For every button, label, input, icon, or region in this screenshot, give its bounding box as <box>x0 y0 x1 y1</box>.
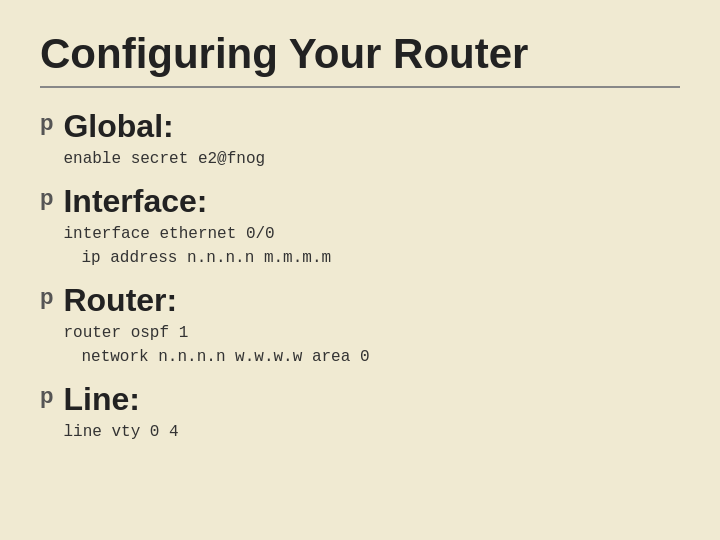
code-line-interface: ip address n.n.n.n m.m.m.m <box>81 246 331 270</box>
section-heading-global: Global: <box>63 108 265 145</box>
slide-title: Configuring Your Router <box>40 30 680 88</box>
code-line-global: enable secret e2@fnog <box>63 147 265 171</box>
bullet-line: p <box>40 383 53 409</box>
section-heading-interface: Interface: <box>63 183 331 220</box>
section-global: pGlobal:enable secret e2@fnog <box>40 108 680 171</box>
content-area: pGlobal:enable secret e2@fnogpInterface:… <box>40 98 680 444</box>
section-heading-line: Line: <box>63 381 178 418</box>
section-body-global: Global:enable secret e2@fnog <box>63 108 265 171</box>
code-line-line: line vty 0 4 <box>63 420 178 444</box>
bullet-router: p <box>40 284 53 310</box>
section-interface: pInterface:interface ethernet 0/0ip addr… <box>40 183 680 270</box>
section-body-interface: Interface:interface ethernet 0/0ip addre… <box>63 183 331 270</box>
code-line-router: network n.n.n.n w.w.w.w area 0 <box>81 345 369 369</box>
section-heading-router: Router: <box>63 282 369 319</box>
section-router: pRouter:router ospf 1network n.n.n.n w.w… <box>40 282 680 369</box>
code-line-interface: interface ethernet 0/0 <box>63 222 331 246</box>
section-body-router: Router:router ospf 1network n.n.n.n w.w.… <box>63 282 369 369</box>
code-line-router: router ospf 1 <box>63 321 369 345</box>
section-body-line: Line:line vty 0 4 <box>63 381 178 444</box>
bullet-global: p <box>40 110 53 136</box>
bullet-interface: p <box>40 185 53 211</box>
slide: Configuring Your Router pGlobal:enable s… <box>0 0 720 540</box>
section-line: pLine:line vty 0 4 <box>40 381 680 444</box>
